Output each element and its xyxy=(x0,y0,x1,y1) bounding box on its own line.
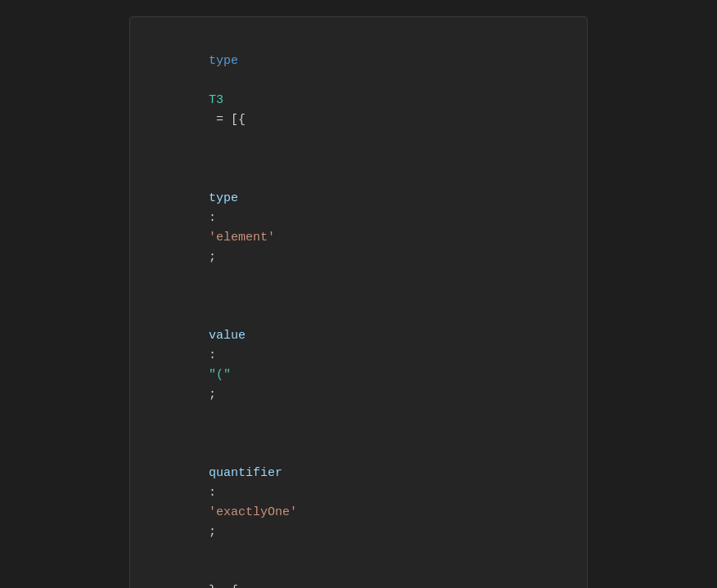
type-name-t3: T3 xyxy=(209,93,223,107)
code-line: type T3 = [{ xyxy=(150,32,567,150)
code-line: value : "(" ; xyxy=(150,287,567,424)
property-value: value xyxy=(209,329,246,343)
property-type: type xyxy=(209,191,238,205)
string-exactlyone: 'exactlyOne' xyxy=(209,505,297,519)
property-quantifier: quantifier xyxy=(209,466,282,480)
code-line: type : 'element' ; xyxy=(150,150,567,287)
code-line: quantifier : 'exactlyOne' ; xyxy=(150,424,567,562)
code-panel: type T3 = [{ type : 'element' ; value : … xyxy=(0,0,717,588)
code-block: type T3 = [{ type : 'element' ; value : … xyxy=(129,16,588,588)
editor-container: type T3 = [{ type : 'element' ; value : … xyxy=(0,0,717,588)
string-value-paren: "(" xyxy=(209,368,231,382)
code-line: }, { xyxy=(150,562,567,588)
keyword-type: type xyxy=(209,54,238,68)
string-element: 'element' xyxy=(209,231,275,245)
